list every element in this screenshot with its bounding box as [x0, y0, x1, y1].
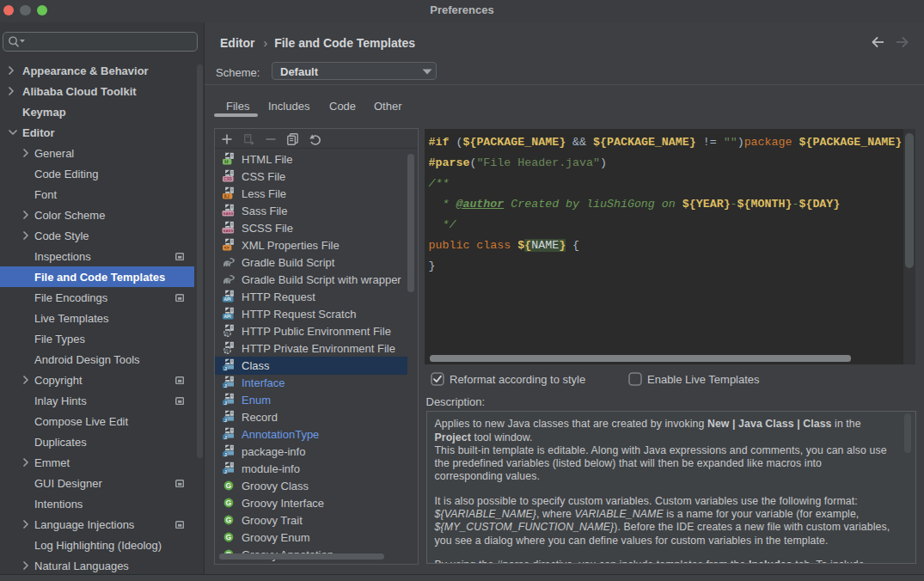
svg-text:J: J — [224, 383, 227, 388]
svg-text:J: J — [224, 435, 227, 440]
svg-text:J: J — [224, 452, 227, 457]
svg-text:SASS: SASS — [223, 211, 234, 216]
svg-text:G: G — [226, 516, 232, 524]
svg-text:H: H — [224, 159, 228, 164]
svg-text:G: G — [226, 481, 232, 490]
svg-text:SASS: SASS — [223, 229, 234, 233]
svg-text:{}: {} — [225, 331, 229, 336]
svg-text:J: J — [224, 418, 227, 423]
svg-text:J: J — [224, 366, 227, 371]
svg-text:API: API — [224, 315, 232, 319]
svg-text:API: API — [224, 297, 232, 302]
svg-text:{}: {} — [225, 348, 229, 353]
svg-text:J: J — [224, 401, 227, 406]
svg-text:CSS: CSS — [223, 177, 233, 181]
svg-text:<>: <> — [224, 245, 229, 250]
svg-text:G: G — [226, 533, 232, 541]
svg-text:G: G — [226, 498, 232, 507]
svg-text:J: J — [224, 469, 227, 474]
svg-text:(L): (L) — [223, 193, 229, 199]
